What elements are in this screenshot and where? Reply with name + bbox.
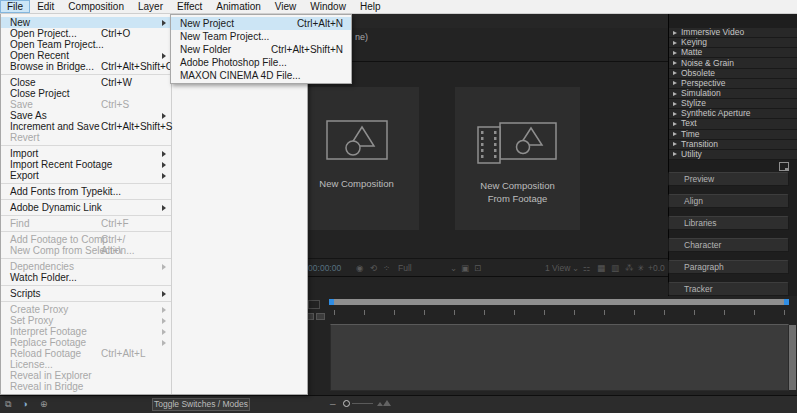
- new-composition-from-footage-icon: [474, 117, 562, 165]
- menu-separator: [1, 145, 171, 146]
- toggle-switches-modes-button[interactable]: Toggle Switches / Modes: [152, 398, 250, 411]
- menu-item-label: Increment and Save: [10, 121, 100, 132]
- tile-label-line: From Footage: [480, 192, 554, 205]
- panel-tab-tracker[interactable]: Tracker: [668, 282, 789, 296]
- file-menu-item-open-team-project[interactable]: Open Team Project...: [1, 39, 171, 50]
- menubar-item-help[interactable]: Help: [353, 0, 388, 13]
- menubar-item-file[interactable]: File: [0, 0, 30, 13]
- menu-separator: [1, 231, 171, 232]
- file-menu-item-reload-footage: Reload FootageCtrl+Alt+L: [1, 348, 171, 359]
- effects-category-label: Obsolete: [681, 69, 715, 78]
- menubar-item-composition[interactable]: Composition: [61, 0, 131, 13]
- color-management-icon: ✳: [637, 263, 644, 273]
- expand-triangle-icon: [673, 51, 677, 55]
- new-composition-button[interactable]: New Composition: [294, 87, 419, 230]
- timeline-vertical-scrollbar[interactable]: [789, 325, 796, 390]
- submenu-arrow-icon: [162, 264, 166, 270]
- submenu-arrow-icon: [162, 291, 166, 297]
- menu-item-shortcut: Ctrl+O: [101, 28, 130, 39]
- file-menu-item-reveal-in-explorer: Reveal in Explorer: [1, 370, 171, 381]
- menubar-item-animation[interactable]: Animation: [209, 0, 267, 13]
- composition-tab[interactable]: ne): [355, 32, 368, 42]
- new-submenu-item-maxon-cinema-4d-file[interactable]: MAXON CINEMA 4D File...: [171, 68, 351, 81]
- zoom-out-icon[interactable]: –: [330, 398, 336, 409]
- file-menu-item-export[interactable]: Export: [1, 170, 171, 181]
- timeline-scrollbar[interactable]: [329, 299, 789, 305]
- menubar-item-edit[interactable]: Edit: [30, 0, 61, 13]
- file-menu-item-save: SaveCtrl+S: [1, 99, 171, 110]
- file-menu-item-open-project[interactable]: Open Project...Ctrl+O: [1, 28, 171, 39]
- file-menu-item-browse-in-bridge[interactable]: Browse in Bridge...Ctrl+Alt+Shift+O: [1, 61, 171, 72]
- menu-item-shortcut: Ctrl+/: [101, 234, 125, 245]
- file-menu-item-close-project[interactable]: Close Project: [1, 88, 171, 99]
- menu-item-label: License...: [10, 359, 53, 370]
- menu-item-label: Add Footage to Comp: [10, 234, 108, 245]
- file-menu-item-license: License...: [1, 359, 171, 370]
- file-menu-item-scripts[interactable]: Scripts: [1, 288, 171, 299]
- panel-tab-libraries[interactable]: Libraries: [668, 216, 789, 230]
- flowchart-icon[interactable]: ⧉: [5, 399, 11, 410]
- menu-item-label: Reveal in Explorer: [10, 370, 92, 381]
- file-menu-item-replace-footage: Replace Footage: [1, 337, 171, 348]
- draft-icon[interactable]: ⊕: [40, 399, 48, 409]
- comp-marker-icon: [308, 300, 320, 309]
- file-menu-item-interpret-footage: Interpret Footage: [1, 326, 171, 337]
- menubar-item-view[interactable]: View: [268, 0, 304, 13]
- menu-separator: [1, 301, 171, 302]
- panel-tab-align[interactable]: Align: [668, 194, 789, 208]
- ruler-tick: [334, 310, 335, 315]
- submenu-arrow-icon: [162, 340, 166, 346]
- panel-options-icon[interactable]: [779, 162, 789, 171]
- effects-category-matte[interactable]: Matte: [669, 48, 797, 58]
- file-menu-item-watch-folder[interactable]: Watch Folder...: [1, 272, 171, 283]
- file-menu-item-close[interactable]: CloseCtrl+W: [1, 77, 171, 88]
- scrollbar-right-cap[interactable]: [784, 299, 789, 305]
- new-submenu-item-new-folder[interactable]: New FolderCtrl+Alt+Shift+N: [171, 43, 351, 56]
- file-menu-item-import[interactable]: Import: [1, 148, 171, 159]
- menubar-item-window[interactable]: Window: [303, 0, 353, 13]
- timeline-layer-area: [330, 324, 789, 391]
- file-menu-item-new[interactable]: New: [1, 17, 171, 28]
- menubar-item-layer[interactable]: Layer: [131, 0, 170, 13]
- effects-category-list: Immersive VideoKeyingMatteNoise & GrainO…: [669, 28, 797, 160]
- file-menu-item-increment-and-save[interactable]: Increment and SaveCtrl+Alt+Shift+S: [1, 121, 171, 132]
- file-menu-item-reveal-in-bridge: Reveal in Bridge: [1, 381, 171, 392]
- ruler-tick: [784, 310, 785, 315]
- scrollbar-thumb[interactable]: [334, 299, 784, 305]
- menu-item-label: New Team Project...: [180, 31, 269, 42]
- graph-editor-icon[interactable]: ◑: [22, 399, 27, 409]
- file-menu-item-open-recent[interactable]: Open Recent: [1, 50, 171, 61]
- new-composition-from-footage-button[interactable]: New Composition From Footage: [455, 87, 580, 230]
- file-menu-item-add-fonts-from-typekit[interactable]: Add Fonts from Typekit...: [1, 186, 171, 197]
- file-menu-item-adobe-dynamic-link[interactable]: Adobe Dynamic Link: [1, 202, 171, 213]
- menu-item-label: Create Proxy: [10, 304, 68, 315]
- file-menu-item-import-recent-footage[interactable]: Import Recent Footage: [1, 159, 171, 170]
- menu-item-label: Open Team Project...: [10, 39, 104, 50]
- menu-item-label: Interpret Footage: [10, 326, 87, 337]
- tile-label: New Composition From Footage: [480, 179, 554, 205]
- new-submenu-item-new-team-project[interactable]: New Team Project...: [171, 30, 351, 43]
- timeline-zoom-slider[interactable]: [343, 400, 350, 407]
- file-menu-item-save-as[interactable]: Save As: [1, 110, 171, 121]
- menu-item-label: Add Fonts from Typekit...: [10, 186, 121, 197]
- menu-item-shortcut: Ctrl+Alt+L: [101, 348, 145, 359]
- roi-icon: ⊡: [474, 263, 481, 273]
- menu-item-label: Save As: [10, 110, 47, 121]
- menubar-item-effect[interactable]: Effect: [170, 0, 209, 13]
- panel-tab-preview[interactable]: Preview: [668, 172, 789, 186]
- ruler-tick: [604, 310, 605, 315]
- panel-tab-paragraph[interactable]: Paragraph: [668, 260, 789, 274]
- effects-category-utility[interactable]: Utility: [669, 150, 797, 160]
- ruler-tick: [724, 310, 725, 315]
- menu-item-label: Close Project: [10, 88, 69, 99]
- menu-item-shortcut: Alt+\: [101, 245, 121, 256]
- new-submenu-item-adobe-photoshop-file[interactable]: Adobe Photoshop File...: [171, 55, 351, 68]
- panel-tab-character[interactable]: Character: [668, 238, 789, 252]
- menu-item-label: New Folder: [180, 43, 231, 54]
- menu-item-label: Import Recent Footage: [10, 159, 112, 170]
- menu-item-label: Revert: [10, 132, 39, 143]
- menu-item-label: Reload Footage: [10, 348, 81, 359]
- effects-and-presets-panel: Immersive VideoKeyingMatteNoise & GrainO…: [668, 14, 797, 296]
- zoom-in-large-icon[interactable]: [383, 400, 391, 406]
- new-submenu-item-new-project[interactable]: New ProjectCtrl+Alt+N: [171, 17, 351, 30]
